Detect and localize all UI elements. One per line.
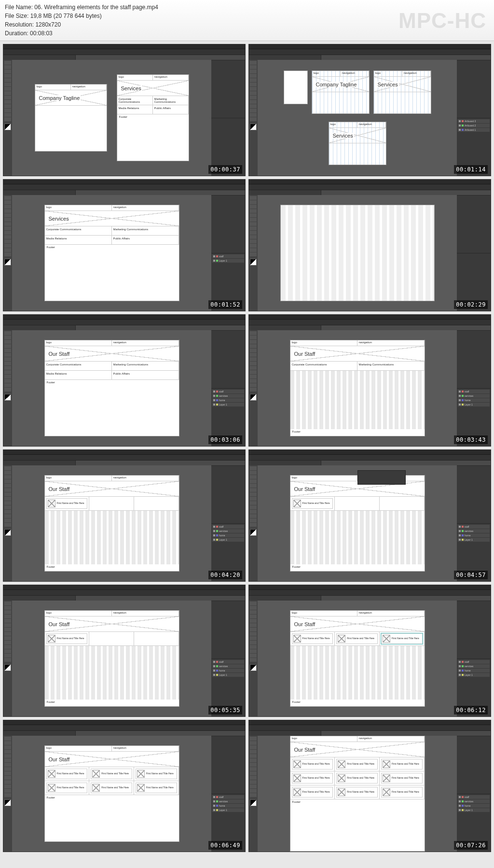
visibility-icon[interactable] xyxy=(213,809,215,811)
tool-icon[interactable] xyxy=(4,78,11,82)
tool-icon[interactable] xyxy=(4,737,11,741)
visibility-icon[interactable] xyxy=(459,534,461,536)
canvas-area[interactable]: logonavigationOur Staff First Name and T… xyxy=(258,465,457,581)
document-tab[interactable] xyxy=(249,55,321,60)
canvas-area[interactable]: logonavigationOur Staff First Name and T… xyxy=(258,601,457,716)
tool-icon[interactable] xyxy=(4,357,11,361)
tool-icon[interactable] xyxy=(4,200,11,204)
tool-panel[interactable] xyxy=(3,465,12,581)
layer-row[interactable]: home xyxy=(458,669,490,672)
tool-icon[interactable] xyxy=(4,488,11,492)
tool-icon[interactable] xyxy=(4,113,11,117)
tool-icon[interactable] xyxy=(250,484,257,488)
tool-icon[interactable] xyxy=(4,615,11,618)
tool-icon[interactable] xyxy=(250,750,257,754)
tool-icon[interactable] xyxy=(250,776,257,780)
tool-icon[interactable] xyxy=(250,231,257,235)
tool-icon[interactable] xyxy=(250,488,257,492)
tool-icon[interactable] xyxy=(250,780,257,784)
tool-icon[interactable] xyxy=(250,96,257,99)
video-thumbnail[interactable]: 00:02:29 xyxy=(248,179,491,311)
layer-row[interactable]: Layer 1 xyxy=(458,808,490,812)
document-tab[interactable] xyxy=(3,325,76,330)
visibility-icon[interactable] xyxy=(213,530,215,532)
visibility-icon[interactable] xyxy=(213,404,215,406)
visibility-icon[interactable] xyxy=(213,800,215,802)
tool-icon[interactable] xyxy=(250,209,257,213)
tool-icon[interactable] xyxy=(4,658,11,662)
layer-row[interactable]: home xyxy=(212,533,244,537)
tool-panel[interactable] xyxy=(3,195,12,311)
visibility-icon[interactable] xyxy=(213,534,215,536)
visibility-icon[interactable] xyxy=(213,796,215,798)
tool-icon[interactable] xyxy=(250,244,257,248)
app-menubar[interactable] xyxy=(249,450,491,455)
tool-icon[interactable] xyxy=(250,109,257,112)
app-toolbar[interactable] xyxy=(249,455,491,461)
tool-icon[interactable] xyxy=(250,113,257,117)
app-toolbar[interactable] xyxy=(3,184,245,190)
visibility-icon[interactable] xyxy=(459,404,461,406)
tool-icon[interactable] xyxy=(4,388,11,392)
tool-icon[interactable] xyxy=(4,497,11,501)
app-menubar[interactable] xyxy=(3,180,245,184)
visibility-icon[interactable] xyxy=(213,539,215,541)
tool-icon[interactable] xyxy=(4,771,11,775)
artboard[interactable]: logonavigationOur Staff First Name and T… xyxy=(290,610,425,707)
document-tab[interactable] xyxy=(3,55,76,60)
artboard[interactable]: logonavigationCompany Tagline xyxy=(312,70,370,114)
video-thumbnail[interactable]: logonavigationCompany Taglinelogonavigat… xyxy=(3,44,246,176)
tool-icon[interactable] xyxy=(250,222,257,226)
tool-icon[interactable] xyxy=(250,213,257,217)
tool-icon[interactable] xyxy=(250,497,257,501)
context-menu[interactable] xyxy=(357,470,406,485)
visibility-icon[interactable] xyxy=(213,255,215,257)
tool-icon[interactable] xyxy=(4,87,11,91)
tool-icon[interactable] xyxy=(250,379,257,383)
artboard[interactable]: logonavigationOur StaffCorporate Communi… xyxy=(290,340,425,436)
layer-row[interactable]: staff xyxy=(458,660,490,664)
artboard[interactable]: logonavigationServices xyxy=(373,70,431,114)
visibility-icon[interactable] xyxy=(459,809,461,811)
tool-icon[interactable] xyxy=(4,514,11,518)
visibility-icon[interactable] xyxy=(459,120,461,122)
tool-icon[interactable] xyxy=(250,248,257,252)
document-tab[interactable] xyxy=(249,461,321,465)
tool-icon[interactable] xyxy=(4,218,11,222)
layer-row[interactable]: home xyxy=(458,804,490,808)
tool-icon[interactable] xyxy=(250,767,257,771)
tool-icon[interactable] xyxy=(4,74,11,78)
visibility-icon[interactable] xyxy=(459,805,461,807)
tool-icon[interactable] xyxy=(4,383,11,387)
tool-icon[interactable] xyxy=(250,353,257,357)
tool-icon[interactable] xyxy=(250,349,257,352)
tool-icon[interactable] xyxy=(250,602,257,605)
tool-icon[interactable] xyxy=(4,331,11,335)
layer-row[interactable]: staff xyxy=(458,390,490,393)
canvas-area[interactable]: logonavigationOur Staff First Name and T… xyxy=(12,736,211,852)
artboard[interactable] xyxy=(280,205,435,301)
app-toolbar[interactable] xyxy=(3,725,245,731)
document-tab[interactable] xyxy=(249,596,321,601)
tool-icon[interactable] xyxy=(250,70,257,73)
layer-row[interactable]: Layer 1 xyxy=(212,538,244,542)
visibility-icon[interactable] xyxy=(459,125,461,126)
tool-icon[interactable] xyxy=(250,514,257,518)
layer-row[interactable]: Artboard 2 xyxy=(458,124,490,127)
tool-icon[interactable] xyxy=(250,510,257,514)
tool-icon[interactable] xyxy=(250,789,257,793)
color-swatch[interactable] xyxy=(4,799,11,806)
tool-icon[interactable] xyxy=(250,331,257,335)
tool-icon[interactable] xyxy=(4,619,11,623)
layer-row[interactable]: services xyxy=(458,799,490,803)
tool-icon[interactable] xyxy=(4,91,11,95)
layer-row[interactable]: staff xyxy=(212,795,244,799)
tool-icon[interactable] xyxy=(4,65,11,69)
tool-icon[interactable] xyxy=(4,117,11,121)
visibility-icon[interactable] xyxy=(459,800,461,802)
app-toolbar[interactable] xyxy=(249,184,491,190)
tool-icon[interactable] xyxy=(4,789,11,793)
tool-panel[interactable] xyxy=(249,465,258,581)
tool-icon[interactable] xyxy=(4,471,11,475)
tool-icon[interactable] xyxy=(4,336,11,339)
